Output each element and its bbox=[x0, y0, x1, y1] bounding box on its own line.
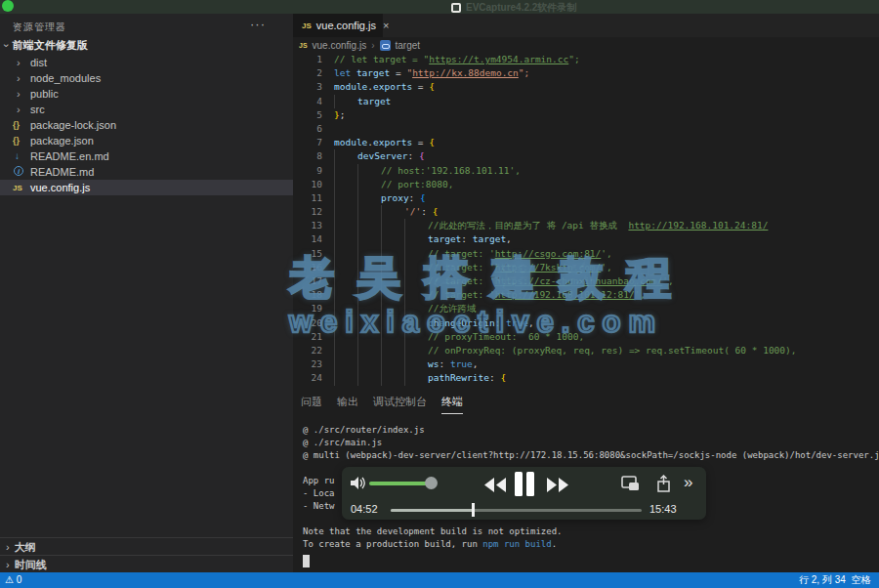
pause-button[interactable] bbox=[515, 472, 536, 496]
tree-item-README.md[interactable]: iREADME.md bbox=[0, 164, 293, 180]
code-token: target bbox=[428, 233, 461, 244]
code-line[interactable]: 10// port:8080, bbox=[293, 178, 879, 191]
code-token: // target: ' bbox=[428, 275, 495, 286]
code-line[interactable]: 19//允许跨域 bbox=[293, 302, 879, 315]
indent-guide bbox=[334, 205, 357, 219]
terminal-line: @ ./src/router/index.js bbox=[303, 424, 879, 437]
code-token: { bbox=[420, 192, 426, 203]
explorer-sidebar: 资源管理器 ··· ›前端文件修复版 ›dist›node_modules›pu… bbox=[0, 14, 293, 572]
code-line[interactable]: 12'/': { bbox=[293, 205, 879, 219]
tree-item-vue.config.js[interactable]: JSvue.config.js bbox=[0, 180, 293, 195]
problems-indicator[interactable]: ⚠ 0 bbox=[5, 572, 21, 588]
code-line[interactable]: 13//此处的写法，目的是为了 将 /api 替换成 http://192.16… bbox=[293, 219, 879, 232]
line-number: 1 bbox=[293, 53, 322, 66]
seek-bar[interactable] bbox=[391, 509, 642, 512]
evcapture-app-icon bbox=[451, 3, 461, 13]
code-token: devServer bbox=[357, 150, 407, 161]
code-editor[interactable]: 1// let target = "https://t.ym4954.armin… bbox=[293, 53, 879, 386]
warning-icon: ⚠ bbox=[5, 574, 14, 585]
editor-tab-bar: JS vue.config.js × bbox=[293, 14, 879, 37]
tree-item-node_modules[interactable]: ›node_modules bbox=[0, 70, 293, 86]
volume-slider-knob[interactable] bbox=[425, 477, 438, 489]
breadcrumb-symbol[interactable]: target bbox=[396, 40, 421, 51]
code-token: target bbox=[357, 96, 391, 106]
line-number: 17 bbox=[293, 274, 322, 288]
picture-in-picture-icon[interactable] bbox=[621, 476, 641, 491]
more-controls-chevrons-icon[interactable]: » bbox=[684, 473, 692, 492]
code-line[interactable]: 17// target: 'https://cz-chunxinhuanbao.… bbox=[293, 274, 879, 288]
tree-item-README.en.md[interactable]: ↓README.en.md bbox=[0, 148, 293, 164]
tree-item-package.json[interactable]: {}package.json bbox=[0, 133, 293, 148]
code-token: // onProxyReq: (proxyReq, req, res) => r… bbox=[428, 345, 797, 356]
code-line[interactable]: 22// onProxyReq: (proxyReq, req, res) =>… bbox=[293, 344, 879, 357]
line-number: 10 bbox=[293, 178, 322, 191]
breadcrumb-file[interactable]: vue.config.js bbox=[313, 40, 367, 51]
tree-item-label: README.md bbox=[30, 164, 94, 180]
code-line[interactable]: 9// host:'192.168.101.11', bbox=[293, 164, 879, 178]
line-number: 14 bbox=[293, 232, 322, 246]
fast-forward-button[interactable] bbox=[547, 478, 569, 492]
tree-item-package-lock.json[interactable]: {}package-lock.json bbox=[0, 117, 293, 133]
code-line[interactable]: 20changeOrigin: true, bbox=[293, 316, 879, 330]
terminal-cursor bbox=[303, 555, 310, 567]
tree-item-public[interactable]: ›public bbox=[0, 86, 293, 102]
volume-slider[interactable] bbox=[369, 482, 432, 485]
code-line[interactable]: 18// target: 'http://192.168.101.12:81/'… bbox=[293, 288, 879, 302]
code-line[interactable]: 4target bbox=[293, 95, 879, 108]
tab-vue-config-js[interactable]: JS vue.config.js × bbox=[293, 14, 383, 37]
sidebar-section-时间线[interactable]: ›时间线 bbox=[0, 555, 293, 572]
panel-tab-终端[interactable]: 终端 bbox=[441, 395, 463, 414]
share-icon[interactable] bbox=[656, 475, 671, 492]
code-line[interactable]: 5}; bbox=[293, 108, 879, 122]
tree-item-label: public bbox=[30, 86, 59, 102]
code-line[interactable]: 21// proxyTimeout: 60 * 1000, bbox=[293, 330, 879, 344]
chevron-right-icon: › bbox=[17, 55, 21, 70]
code-token: : bbox=[409, 192, 420, 203]
code-token: = bbox=[412, 81, 429, 92]
code-line[interactable]: 16// target: 'https://7kskin.com/', bbox=[293, 261, 879, 274]
code-line[interactable]: 23ws: true, bbox=[293, 357, 879, 371]
code-token: , bbox=[506, 233, 512, 244]
cursor-position-indicator[interactable]: 行 2, 列 34 空格 bbox=[799, 572, 879, 588]
code-token: '/' bbox=[404, 206, 421, 217]
code-line[interactable]: 6 bbox=[293, 122, 879, 136]
indent-guide bbox=[334, 274, 357, 288]
code-line[interactable]: 1// let target = "https://t.ym4954.armin… bbox=[293, 53, 879, 66]
seek-position-marker[interactable] bbox=[472, 503, 475, 517]
indent-guide bbox=[357, 274, 381, 288]
code-line[interactable]: 2let target = "http://kx.88demo.cn"; bbox=[293, 66, 879, 80]
line-number: 16 bbox=[293, 261, 322, 274]
tree-item-src[interactable]: ›src bbox=[0, 102, 293, 117]
workspace-root-folder[interactable]: ›前端文件修复版 bbox=[0, 37, 293, 54]
indent-guide bbox=[334, 316, 357, 330]
indent-guide bbox=[334, 330, 357, 344]
indent-guide bbox=[357, 357, 381, 371]
indent-guide bbox=[334, 232, 357, 246]
code-line[interactable]: 3module.exports = { bbox=[293, 80, 879, 94]
indent-guide bbox=[381, 288, 404, 302]
panel-tab-问题[interactable]: 问题 bbox=[301, 395, 322, 414]
code-line[interactable]: 15// target: 'http://csgo.com:81/', bbox=[293, 247, 879, 261]
panel-tab-输出[interactable]: 输出 bbox=[337, 395, 358, 414]
indent-guide bbox=[404, 330, 428, 344]
rewind-button[interactable] bbox=[484, 478, 507, 492]
explorer-more-actions[interactable]: ··· bbox=[250, 17, 266, 31]
code-token: ', bbox=[601, 262, 611, 273]
code-token: : bbox=[439, 358, 449, 369]
speaker-icon[interactable] bbox=[351, 476, 367, 490]
indent-guide bbox=[381, 261, 404, 274]
close-icon[interactable]: × bbox=[383, 20, 389, 31]
code-line[interactable]: 14target: target, bbox=[293, 232, 879, 246]
code-token: { bbox=[429, 81, 435, 92]
vscode-window: EVCapture4.2.2软件录制 资源管理器 ··· ›前端文件修复版 ›d… bbox=[0, 0, 879, 588]
indent-guide bbox=[357, 288, 381, 302]
sidebar-section-大纲[interactable]: ›大纲 bbox=[0, 537, 293, 555]
indent-guide bbox=[334, 219, 357, 232]
line-number: 5 bbox=[293, 108, 322, 122]
code-line[interactable]: 11proxy: { bbox=[293, 191, 879, 205]
panel-tab-调试控制台[interactable]: 调试控制台 bbox=[373, 395, 427, 414]
code-line[interactable]: 8devServer: { bbox=[293, 149, 879, 163]
tree-item-dist[interactable]: ›dist bbox=[0, 55, 293, 70]
code-line[interactable]: 7module.exports = { bbox=[293, 136, 879, 149]
code-line[interactable]: 24pathRewrite: { bbox=[293, 371, 879, 385]
